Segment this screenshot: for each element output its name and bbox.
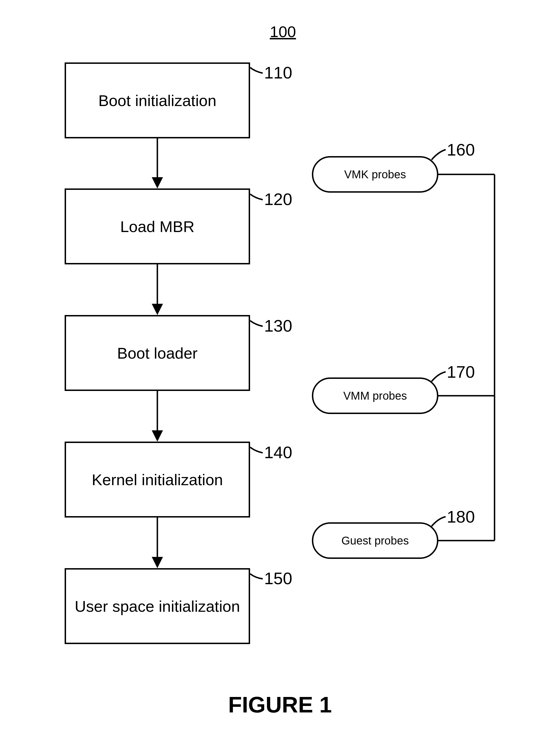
ref-num-150: 150 [264,569,292,588]
box-boot-loader: Boot loader [65,315,250,391]
pill-label: VMM probes [343,389,407,402]
ref-num-170: 170 [447,362,475,382]
box-kernel-initialization: Kernel initialization [65,442,250,517]
ref-num-160: 160 [447,140,475,159]
pill-label: Guest probes [341,534,409,547]
box-boot-initialization: Boot initialization [65,62,250,138]
figure-caption: FIGURE 1 [0,692,560,718]
box-label: Boot initialization [98,91,216,110]
ref-num-120: 120 [264,190,292,209]
pill-vmk-probes: VMK probes [312,156,438,193]
ref-num-180: 180 [447,507,475,527]
box-label: Kernel initialization [92,471,223,489]
pill-guest-probes: Guest probes [312,522,438,559]
box-load-mbr: Load MBR [65,189,250,264]
box-user-space-initialization: User space initialization [65,568,250,644]
box-label: User space initialization [75,597,240,615]
ref-num-110: 110 [264,63,292,82]
figure-number: 100 [270,22,296,41]
ref-num-140: 140 [264,443,292,462]
diagram-canvas: 100 Boot initialization 110 Load MBR 120… [0,0,560,749]
box-label: Load MBR [120,217,195,236]
ref-num-130: 130 [264,316,292,336]
pill-vmm-probes: VMM probes [312,378,438,414]
svg-marker-5 [152,430,163,442]
svg-marker-1 [152,177,163,189]
svg-marker-7 [152,557,163,568]
box-label: Boot loader [117,344,198,362]
pill-label: VMK probes [344,168,406,181]
svg-marker-3 [152,304,163,315]
